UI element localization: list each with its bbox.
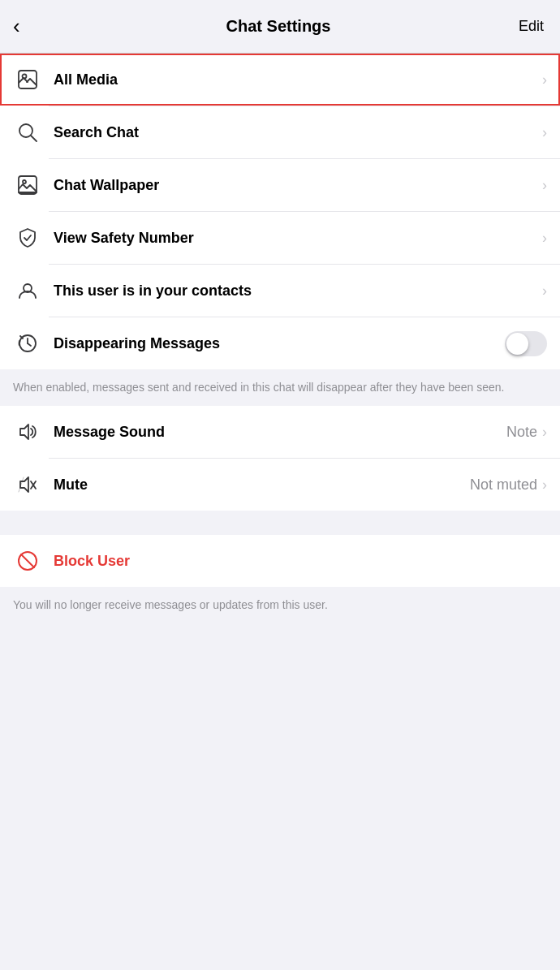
contact-icon	[13, 276, 42, 305]
svg-marker-12	[20, 425, 28, 439]
message-sound-item[interactable]: Message Sound Note ›	[0, 406, 560, 458]
search-chat-chevron: ›	[542, 124, 547, 141]
message-sound-chevron: ›	[542, 424, 547, 441]
all-media-label: All Media	[54, 71, 542, 88]
safety-number-chevron: ›	[542, 230, 547, 247]
chat-wallpaper-chevron: ›	[542, 177, 547, 194]
search-chat-item[interactable]: Search Chat ›	[0, 106, 560, 158]
wallpaper-icon	[13, 170, 42, 200]
sound-icon	[13, 417, 42, 446]
block-user-item[interactable]: Block User	[0, 535, 560, 587]
section-gap-2	[0, 511, 560, 535]
search-icon	[13, 118, 42, 147]
app-header: ‹ Chat Settings Edit	[0, 0, 560, 54]
contacts-item[interactable]: This user is in your contacts ›	[0, 265, 560, 317]
safety-number-item[interactable]: View Safety Number ›	[0, 212, 560, 264]
svg-point-5	[23, 180, 26, 183]
main-settings-section: All Media › Search Chat › Chat Wallpaper…	[0, 54, 560, 369]
all-media-item[interactable]: All Media ›	[0, 54, 560, 106]
disappearing-messages-label: Disappearing Messages	[54, 335, 505, 352]
message-sound-label: Message Sound	[54, 424, 506, 441]
page-title: Chat Settings	[45, 17, 511, 36]
message-sound-value: Note	[506, 424, 537, 441]
toggle-knob	[506, 333, 528, 355]
mute-label: Mute	[54, 476, 470, 494]
block-section: Block User	[0, 535, 560, 587]
all-media-chevron: ›	[542, 71, 547, 88]
chat-wallpaper-label: Chat Wallpaper	[54, 177, 542, 194]
mute-chevron: ›	[542, 476, 547, 494]
safety-icon	[13, 223, 42, 252]
disappearing-messages-item[interactable]: Disappearing Messages	[0, 317, 560, 369]
chat-wallpaper-item[interactable]: Chat Wallpaper ›	[0, 159, 560, 211]
media-icon	[13, 65, 42, 94]
svg-line-3	[31, 136, 37, 141]
contacts-label: This user is in your contacts	[54, 282, 542, 300]
mute-value: Not muted	[470, 476, 537, 494]
edit-button[interactable]: Edit	[511, 18, 544, 35]
disappearing-messages-toggle[interactable]	[505, 331, 547, 356]
disappearing-icon	[13, 329, 42, 358]
svg-line-18	[21, 554, 34, 567]
back-button[interactable]: ‹	[13, 14, 45, 39]
contacts-chevron: ›	[542, 282, 547, 300]
block-icon	[13, 546, 42, 576]
mute-item[interactable]: Mute Not muted ›	[0, 459, 560, 511]
disappearing-messages-description: When enabled, messages sent and received…	[0, 369, 560, 406]
notifications-section: Message Sound Note › Mute Not muted ›	[0, 406, 560, 511]
safety-number-label: View Safety Number	[54, 230, 542, 247]
mute-icon	[13, 470, 42, 499]
search-chat-label: Search Chat	[54, 124, 542, 141]
block-user-label: Block User	[54, 553, 130, 570]
block-user-description: You will no longer receive messages or u…	[0, 587, 560, 623]
svg-line-16	[19, 477, 24, 492]
svg-line-10	[28, 343, 31, 346]
